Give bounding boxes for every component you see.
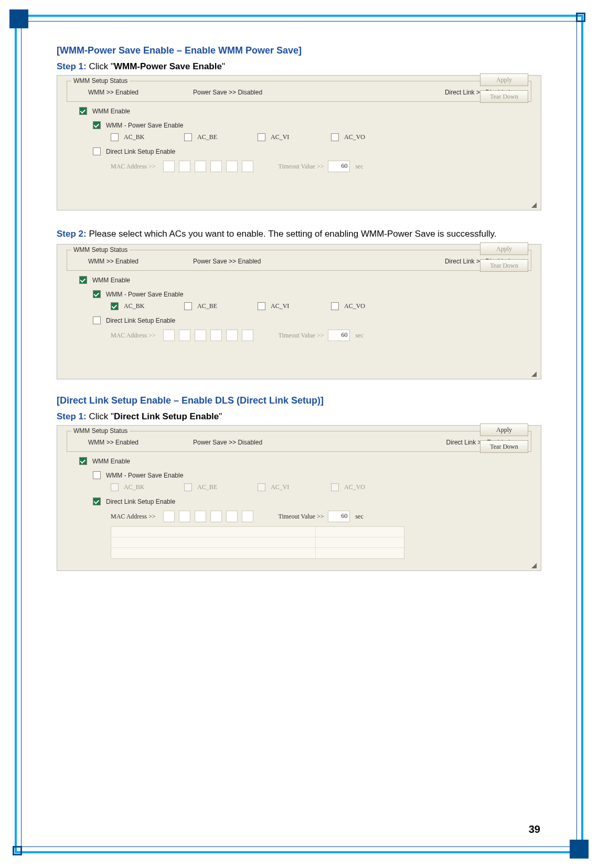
mac-byte-input[interactable] bbox=[210, 330, 222, 341]
wmm-panel-2: WMM Setup Status WMM >> Enabled Power Sa… bbox=[57, 244, 541, 379]
mac-byte-input[interactable] bbox=[210, 511, 222, 522]
ac-vi-checkbox[interactable] bbox=[258, 302, 265, 310]
groupbox-title: WMM Setup Status bbox=[71, 77, 130, 84]
ac-bk-checkbox[interactable] bbox=[111, 302, 119, 310]
mac-byte-input[interactable] bbox=[195, 330, 206, 341]
ac-be-checkbox[interactable] bbox=[184, 302, 192, 310]
mac-byte-input[interactable] bbox=[242, 511, 253, 522]
ac-be-checkbox[interactable] bbox=[184, 133, 192, 141]
dls-enable-checkbox[interactable] bbox=[93, 497, 101, 505]
mac-address-label: MAC Address >> bbox=[111, 332, 156, 340]
mac-byte-input[interactable] bbox=[210, 161, 222, 172]
step1-text-b: Click " bbox=[87, 411, 114, 421]
dls-enable-label: Direct Link Setup Enable bbox=[106, 317, 175, 324]
wmm-status-groupbox: WMM Setup Status WMM >> Enabled Power Sa… bbox=[67, 431, 531, 452]
mac-byte-input[interactable] bbox=[226, 161, 238, 172]
table-row bbox=[111, 527, 404, 537]
resize-grip-icon bbox=[531, 563, 537, 568]
mac-byte-input[interactable] bbox=[179, 330, 190, 341]
wmm-enable-label: WMM Enable bbox=[92, 108, 130, 115]
timeout-input[interactable]: 60 bbox=[328, 330, 350, 341]
status-ps: Power Save >> Disabled bbox=[193, 439, 329, 446]
mac-byte-input[interactable] bbox=[163, 330, 175, 341]
step2-label: Step 2: bbox=[57, 229, 87, 239]
wmm-enable-label: WMM Enable bbox=[92, 277, 130, 284]
dls-table bbox=[111, 526, 404, 559]
apply-button[interactable]: Apply bbox=[480, 424, 528, 436]
ac-be-label: AC_BE bbox=[197, 133, 217, 141]
groupbox-title: WMM Setup Status bbox=[71, 427, 130, 435]
apply-button[interactable]: Apply bbox=[480, 73, 528, 86]
status-wmm: WMM >> Enabled bbox=[88, 439, 193, 446]
tear-down-button[interactable]: Tear Down bbox=[480, 259, 528, 272]
ac-vo-label: AC_VO bbox=[344, 133, 365, 141]
sec-label: sec bbox=[355, 513, 363, 521]
dls-enable-label: Direct Link Setup Enable bbox=[106, 148, 175, 155]
wmm-status-groupbox: WMM Setup Status WMM >> Enabled Power Sa… bbox=[67, 81, 531, 102]
apply-button[interactable]: Apply bbox=[480, 242, 528, 255]
step1-line-b: Step 1: Click "Direct Link Setup Enable" bbox=[57, 411, 541, 422]
step1-text: Click " bbox=[87, 61, 114, 71]
mac-byte-input[interactable] bbox=[242, 330, 253, 341]
ac-vi-label: AC_VI bbox=[271, 302, 289, 310]
mac-byte-input[interactable] bbox=[195, 161, 206, 172]
mac-byte-input[interactable] bbox=[226, 511, 238, 522]
dls-enable-checkbox[interactable] bbox=[93, 147, 101, 155]
ac-be-label: AC_BE bbox=[197, 302, 217, 310]
timeout-input[interactable]: 60 bbox=[328, 511, 350, 522]
ac-bk-label: AC_BK bbox=[124, 133, 144, 141]
sec-label: sec bbox=[355, 163, 363, 171]
page-number: 39 bbox=[529, 823, 540, 835]
status-wmm: WMM >> Enabled bbox=[88, 89, 193, 96]
mac-byte-input[interactable] bbox=[242, 161, 253, 172]
dls-enable-label: Direct Link Setup Enable bbox=[106, 498, 175, 505]
mac-byte-input[interactable] bbox=[163, 511, 175, 522]
timeout-label: Timeout Value >> bbox=[279, 163, 324, 171]
ac-be-label: AC_BE bbox=[197, 483, 217, 491]
ac-bk-label: AC_BK bbox=[124, 302, 144, 310]
tear-down-button[interactable]: Tear Down bbox=[480, 440, 528, 453]
ac-vi-label: AC_VI bbox=[271, 133, 289, 141]
timeout-label: Timeout Value >> bbox=[279, 513, 324, 521]
wmm-ps-enable-checkbox[interactable] bbox=[93, 290, 101, 298]
wmm-ps-enable-checkbox[interactable] bbox=[93, 121, 101, 129]
mac-byte-input[interactable] bbox=[163, 161, 175, 172]
mac-byte-input[interactable] bbox=[179, 511, 190, 522]
step1-bold: WMM-Power Save Enable bbox=[114, 61, 222, 71]
ac-bk-checkbox[interactable] bbox=[111, 133, 119, 141]
mac-byte-input[interactable] bbox=[179, 161, 190, 172]
ac-vo-checkbox bbox=[331, 483, 339, 491]
wmm-ps-enable-label: WMM - Power Save Enable bbox=[106, 291, 183, 298]
wmm-enable-checkbox[interactable] bbox=[79, 457, 87, 465]
wmm-status-groupbox: WMM Setup Status WMM >> Enabled Power Sa… bbox=[67, 250, 531, 271]
wmm-enable-checkbox[interactable] bbox=[79, 276, 87, 284]
wmm-enable-label: WMM Enable bbox=[92, 458, 130, 465]
wmm-ps-enable-label: WMM - Power Save Enable bbox=[106, 122, 183, 129]
groupbox-title: WMM Setup Status bbox=[71, 246, 130, 253]
step2-text: Please select which ACs you want to enab… bbox=[87, 229, 497, 239]
sec-label: sec bbox=[355, 332, 363, 340]
ac-vo-checkbox[interactable] bbox=[331, 302, 339, 310]
wmm-ps-enable-checkbox[interactable] bbox=[93, 471, 101, 479]
ac-vo-label: AC_VO bbox=[344, 483, 365, 491]
step1-after-b: " bbox=[219, 411, 222, 421]
ac-bk-label: AC_BK bbox=[124, 483, 144, 491]
step1-line-a: Step 1: Click "WMM-Power Save Enable" bbox=[57, 61, 541, 72]
ac-vi-checkbox[interactable] bbox=[258, 133, 265, 141]
wmm-panel-1: WMM Setup Status WMM >> Enabled Power Sa… bbox=[57, 75, 541, 210]
wmm-ps-enable-label: WMM - Power Save Enable bbox=[106, 472, 183, 479]
ac-vi-label: AC_VI bbox=[271, 483, 289, 491]
dls-enable-checkbox[interactable] bbox=[93, 316, 101, 324]
wmm-enable-checkbox[interactable] bbox=[79, 107, 87, 115]
tear-down-button[interactable]: Tear Down bbox=[480, 90, 528, 103]
ac-vo-checkbox[interactable] bbox=[331, 133, 339, 141]
mac-byte-input[interactable] bbox=[195, 511, 206, 522]
resize-grip-icon bbox=[531, 372, 537, 377]
mac-byte-input[interactable] bbox=[226, 330, 238, 341]
table-row bbox=[111, 537, 404, 548]
step1-bold-b: Direct Link Setup Enable bbox=[114, 411, 219, 421]
step1-after: " bbox=[222, 61, 225, 71]
wmm-panel-3: WMM Setup Status WMM >> Enabled Power Sa… bbox=[57, 425, 541, 571]
timeout-input[interactable]: 60 bbox=[328, 161, 350, 172]
ac-vi-checkbox bbox=[258, 483, 265, 491]
